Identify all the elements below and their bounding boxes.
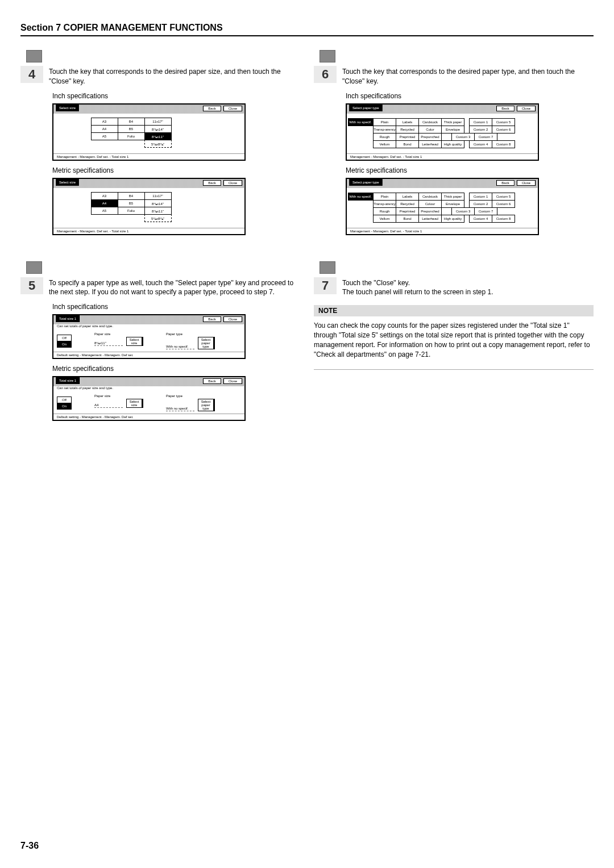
type-option[interactable]: Color [418, 126, 442, 133]
step-text: Touch the key that corresponds to the de… [49, 66, 300, 86]
select-size-button[interactable]: Select size [126, 337, 143, 346]
type-option[interactable]: Letterhead [418, 215, 442, 223]
back-button[interactable]: Back [203, 106, 221, 111]
size-option[interactable]: B5 [118, 125, 145, 133]
select-paper-type-button[interactable]: Select paper type [198, 399, 215, 411]
close-button[interactable]: Close [517, 180, 536, 186]
size-option[interactable]: 8¹/₂x14" [144, 199, 172, 207]
type-option[interactable]: Bond [396, 140, 419, 148]
type-option[interactable]: Custom 8 [492, 140, 515, 148]
type-option[interactable]: Custom 7 [474, 207, 497, 215]
type-option[interactable]: Recycled [396, 200, 419, 208]
type-option[interactable]: Custom 7 [474, 133, 497, 141]
size-option[interactable]: 8¹/₂x14" [144, 125, 172, 133]
close-button[interactable]: Close [517, 106, 536, 111]
type-option[interactable]: Custom 5 [492, 118, 515, 126]
size-option[interactable]: A5 [91, 207, 118, 215]
type-option[interactable]: Preprinted [396, 207, 419, 215]
size-option[interactable]: A3 [91, 118, 118, 126]
type-option[interactable]: Custom 5 [492, 193, 515, 201]
type-option[interactable]: Plain [373, 118, 396, 126]
close-button[interactable]: Close [223, 106, 242, 111]
type-option[interactable]: Cardstock [418, 193, 442, 201]
type-option[interactable]: Custom 2 [469, 200, 492, 208]
size-option-selected[interactable]: 8¹/₂x11" [144, 132, 172, 140]
size-option[interactable]: A4 [91, 125, 118, 133]
type-option[interactable]: Custom 2 [469, 126, 492, 133]
size-option[interactable]: Folio [118, 132, 145, 140]
type-option[interactable]: Custom 1 [469, 193, 492, 201]
size-option-selected[interactable]: A4 [91, 199, 118, 207]
paper-size-value: 8¹/₂x11" [94, 341, 123, 346]
close-button[interactable]: Close [223, 316, 242, 322]
size-option[interactable]: A5 [91, 132, 118, 140]
type-option[interactable]: Labels [396, 118, 419, 126]
type-option[interactable]: Transp-arency [373, 200, 396, 208]
size-option[interactable]: Folio [118, 207, 145, 215]
type-option[interactable]: Preprinted [396, 133, 419, 141]
size-option[interactable]: 8¹/₂x11" [144, 207, 172, 215]
back-button[interactable]: Back [203, 378, 221, 384]
type-option-selected[interactable]: With no specif. [348, 118, 373, 126]
right-column: 6 Touch the key that corresponds to the … [314, 50, 594, 427]
panel-footer: Default setting - Management - Managem. … [53, 352, 244, 358]
type-option[interactable]: Rough [373, 133, 396, 141]
close-button[interactable]: Close [223, 378, 242, 384]
type-option[interactable]: Custom 6 [492, 126, 515, 133]
panel-title: Select paper type [349, 105, 383, 111]
type-option[interactable]: Prepunched [418, 133, 442, 141]
type-option[interactable]: Custom 6 [492, 200, 515, 208]
type-option[interactable]: Prepunched [418, 207, 442, 215]
type-option[interactable]: Custom 4 [469, 215, 492, 223]
step-text: To specify a paper type as well, touch t… [49, 277, 300, 298]
type-option[interactable]: Bond [396, 215, 419, 223]
back-button[interactable]: Back [496, 106, 514, 111]
select-size-button[interactable]: Select size [126, 399, 143, 408]
type-option[interactable]: Plain [373, 193, 396, 201]
close-button[interactable]: Close [223, 180, 242, 186]
type-option[interactable]: Transp-arency [373, 126, 396, 133]
step-number-box: 5 [20, 277, 43, 294]
type-option[interactable]: Envelope [441, 126, 464, 133]
type-option[interactable]: Letterhead [418, 140, 442, 148]
size-option[interactable]: 11x17" [144, 118, 172, 126]
type-option[interactable]: High quality [441, 140, 464, 148]
size-option[interactable]: 5¹/₂x8¹/₂" [144, 214, 172, 222]
back-button[interactable]: Back [496, 180, 514, 186]
type-option[interactable]: Vellum [373, 215, 396, 223]
type-option[interactable]: Cardstock [418, 118, 442, 126]
type-option[interactable]: Custom 3 [451, 133, 475, 141]
type-option[interactable]: Custom 8 [492, 215, 515, 223]
panel-total-size-inch: Total size 1 Back Close Can set totals o… [52, 314, 246, 359]
type-option[interactable]: Envelope [441, 200, 464, 208]
size-option[interactable]: B5 [118, 199, 145, 207]
on-button[interactable]: On [57, 403, 72, 410]
on-button[interactable]: On [57, 341, 72, 348]
type-option[interactable]: Custom 3 [451, 207, 475, 215]
type-option[interactable]: Custom 1 [469, 118, 492, 126]
type-option[interactable]: High quality [441, 215, 464, 223]
paper-size-value: A4 [94, 403, 123, 408]
size-option[interactable]: B4 [118, 118, 145, 126]
type-option[interactable]: Colour [418, 200, 442, 208]
step-text: Touch the key that corresponds to the de… [342, 66, 594, 86]
spec-label-metric: Metric specifications [346, 166, 594, 174]
type-option[interactable]: Custom 4 [469, 140, 492, 148]
size-option[interactable]: 5¹/₂x8¹/₂" [144, 140, 172, 148]
select-paper-type-button[interactable]: Select paper type [198, 337, 215, 349]
type-option[interactable]: Thick paper [441, 118, 464, 126]
panel-footer: Management - Managem. Def set. - Total s… [53, 228, 244, 234]
type-option[interactable]: Rough [373, 207, 396, 215]
size-option[interactable]: 11x17" [144, 192, 172, 200]
divider [314, 369, 594, 370]
back-button[interactable]: Back [203, 316, 221, 322]
back-button[interactable]: Back [203, 180, 221, 186]
size-option[interactable]: A3 [91, 192, 118, 200]
size-option[interactable]: B4 [118, 192, 145, 200]
type-option-selected[interactable]: With no specif. [348, 193, 373, 201]
type-option[interactable]: Recycled [396, 126, 419, 133]
paper-type-value: With no specif. [166, 407, 194, 411]
type-option[interactable]: Vellum [373, 140, 396, 148]
type-option[interactable]: Labels [396, 193, 419, 201]
type-option[interactable]: Thick paper [441, 193, 464, 201]
